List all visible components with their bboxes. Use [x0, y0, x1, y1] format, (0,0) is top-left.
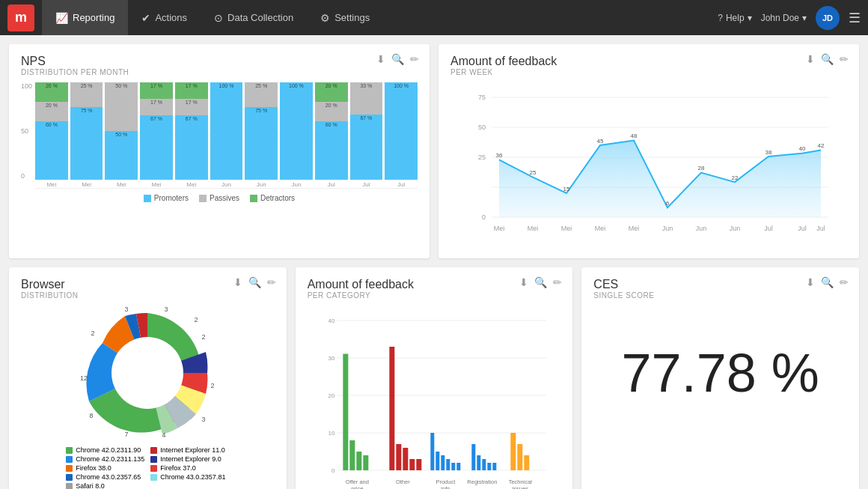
nps-bar-group: 75 %25 %: [245, 82, 278, 180]
edit-icon[interactable]: ✏: [410, 53, 419, 65]
nps-bar-group: 50 %50 %: [105, 82, 138, 180]
zoom-icon[interactable]: 🔍: [248, 276, 261, 288]
bar-segment: 100 %: [280, 82, 313, 180]
bar-segment: 50 %: [105, 82, 138, 131]
bar-segment: 60 %: [35, 121, 68, 180]
nav-item-datacollection[interactable]: ⊙ Data Collection: [201, 0, 307, 35]
svg-text:8: 8: [90, 412, 94, 419]
data-icon: ⊙: [214, 12, 223, 24]
edit-icon[interactable]: ✏: [267, 276, 276, 288]
download-icon[interactable]: ⬇: [233, 276, 242, 288]
svg-rect-81: [517, 444, 522, 470]
legend-ie9: Internet Explorer 9.0: [150, 455, 229, 463]
nav-items: 📈 Reporting ✔ Actions ⊙ Data Collection …: [42, 0, 718, 35]
bar-segment: 17 %: [140, 82, 173, 99]
svg-text:38: 38: [765, 149, 772, 156]
legend-chrome4: Chrome 43.0.2357.81: [150, 473, 229, 481]
svg-text:Technical: Technical: [508, 479, 532, 485]
svg-text:6: 6: [666, 200, 670, 207]
zoom-icon[interactable]: 🔍: [391, 53, 404, 65]
edit-icon[interactable]: ✏: [840, 276, 849, 288]
svg-rect-62: [403, 448, 408, 470]
svg-text:2: 2: [211, 382, 215, 389]
nav-item-settings[interactable]: ⚙ Settings: [307, 0, 383, 35]
browser-legend: Chrome 42.0.2311.90 Internet Explorer 11…: [66, 446, 229, 489]
svg-rect-77: [487, 463, 491, 470]
browser-subtitle: DISTRIBUTION: [21, 291, 275, 300]
svg-text:3: 3: [165, 306, 168, 313]
nps-bar-group: 60 %20 %20 %: [315, 82, 348, 180]
avatar[interactable]: JD: [816, 6, 840, 30]
svg-text:40: 40: [328, 318, 334, 324]
bar-segment: 60 %: [315, 121, 348, 180]
legend-chrome3: Chrome 43.0.2357.65: [66, 473, 144, 481]
bar-segment: 20 %: [315, 102, 348, 121]
gear-icon: ⚙: [320, 12, 330, 24]
download-icon[interactable]: ⬇: [519, 276, 528, 288]
chevron-down-icon: ▾: [748, 13, 752, 23]
nps-legend: Promoters Passives Detractors: [21, 194, 418, 202]
help-button[interactable]: ? Help ▾: [718, 13, 751, 23]
edit-icon[interactable]: ✏: [553, 276, 562, 288]
zoom-icon[interactable]: 🔍: [534, 276, 547, 288]
svg-text:Jul: Jul: [764, 225, 773, 232]
zoom-icon[interactable]: 🔍: [821, 276, 834, 288]
nav-item-actions[interactable]: ✔ Actions: [128, 0, 201, 35]
browser-actions: ⬇ 🔍 ✏: [233, 276, 276, 288]
svg-rect-66: [430, 433, 434, 470]
check-icon: ✔: [141, 12, 150, 24]
svg-text:0: 0: [331, 467, 335, 474]
svg-text:2: 2: [202, 333, 206, 341]
bar-segment: 25 %: [245, 82, 278, 107]
svg-text:36: 36: [496, 152, 503, 159]
bar-segment: 17 %: [140, 99, 173, 115]
download-icon[interactable]: ⬇: [806, 53, 815, 65]
bar-segment: 75 %: [70, 107, 103, 180]
nav-item-reporting[interactable]: 📈 Reporting: [42, 0, 128, 35]
svg-rect-78: [492, 463, 496, 470]
bar-segment: 67 %: [140, 115, 173, 180]
category-bar-chart: 40 30 20 10 0 Offer and price Other: [308, 306, 561, 489]
legend-detractors: Detractors: [250, 194, 295, 202]
svg-rect-75: [477, 455, 480, 470]
help-icon: ?: [718, 13, 723, 23]
svg-text:48: 48: [631, 133, 638, 139]
svg-rect-60: [389, 347, 394, 470]
svg-rect-56: [356, 452, 361, 470]
feedback-week-subtitle: PER WEEK: [450, 68, 847, 76]
svg-text:Offer and: Offer and: [345, 479, 368, 485]
hamburger-icon[interactable]: ☰: [849, 10, 861, 26]
svg-text:issues: issues: [512, 485, 528, 489]
svg-text:25: 25: [478, 154, 486, 161]
dashboard: NPS DISTRIBUTION PER MONTH ⬇ 🔍 ✏ 100 50 …: [0, 35, 868, 489]
svg-text:Mei: Mei: [494, 225, 505, 232]
svg-rect-69: [446, 459, 450, 470]
legend-safari: Safari 8.0: [66, 482, 144, 489]
legend-chrome1: Chrome 42.0.2311.90: [66, 446, 144, 454]
user-menu[interactable]: John Doe ▾: [761, 13, 807, 23]
svg-rect-70: [451, 463, 455, 470]
svg-rect-64: [416, 459, 421, 470]
zoom-icon[interactable]: 🔍: [821, 53, 834, 65]
svg-text:Mei: Mei: [528, 225, 539, 232]
download-icon[interactable]: ⬇: [806, 276, 815, 288]
svg-rect-80: [510, 433, 516, 470]
edit-icon[interactable]: ✏: [840, 53, 849, 65]
nps-bar-group: 67 %17 %17 %: [140, 82, 173, 180]
svg-text:2: 2: [195, 316, 198, 324]
download-icon[interactable]: ⬇: [376, 53, 385, 65]
bar-segment: 100 %: [210, 82, 243, 180]
svg-text:Jun: Jun: [662, 225, 673, 232]
legend-passives: Passives: [199, 194, 239, 202]
bar-segment: 20 %: [315, 82, 348, 102]
svg-text:Product: Product: [435, 479, 456, 485]
bar-segment: 17 %: [175, 82, 208, 99]
nps-bar-group: 75 %25 %: [70, 82, 103, 180]
svg-text:25: 25: [530, 169, 537, 176]
svg-text:info: info: [441, 485, 450, 489]
brand-logo: m: [7, 4, 34, 31]
legend-ff37: Firefox 37.0: [150, 464, 229, 472]
svg-text:20: 20: [328, 392, 334, 399]
svg-text:4: 4: [162, 431, 166, 439]
svg-marker-9: [499, 141, 821, 217]
